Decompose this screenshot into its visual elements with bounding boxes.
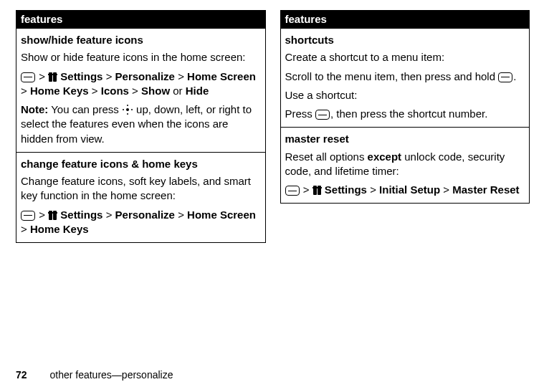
gt: > — [178, 70, 184, 82]
menu-key-icon — [315, 110, 330, 120]
menu-key-icon — [21, 72, 35, 82]
gt: > — [21, 223, 27, 235]
right-table-header: features — [281, 11, 530, 28]
settings-icon — [49, 210, 57, 220]
section-title: master reset — [285, 132, 525, 146]
menu-key-icon — [498, 72, 512, 82]
path-homescreen: Home Screen — [187, 70, 256, 82]
line4b: , then press the shortcut number. — [330, 107, 487, 120]
footer: 72 other features—personalize — [16, 369, 173, 381]
path-homekeys: Home Keys — [30, 85, 89, 97]
gt: > — [92, 85, 98, 97]
desc: Reset all options except unlock code, se… — [285, 150, 525, 179]
line4: Press , then press the shortcut number. — [285, 107, 525, 121]
or-text: or — [173, 85, 182, 97]
line3: Use a shortcut: — [285, 88, 525, 102]
section-desc: Show or hide feature icons in the home s… — [21, 50, 261, 64]
path-show: Show — [141, 85, 170, 97]
section-change-icons: change feature icons & home keys Change … — [16, 152, 265, 242]
gt: > — [178, 209, 184, 221]
path-personalize: Personalize — [115, 209, 175, 221]
section-title: show/hide feature icons — [21, 33, 261, 47]
desc-bold: except — [368, 150, 402, 163]
gt: > — [370, 183, 376, 196]
menu-path: > Settings > Initial Setup > Master Rese… — [285, 183, 525, 197]
path-settings: Settings — [60, 70, 102, 82]
right-table: features shortcuts Create a shortcut to … — [280, 10, 530, 204]
settings-icon — [49, 72, 57, 82]
footer-text: other features—personalize — [49, 369, 173, 381]
left-table: features show/hide feature icons Show or… — [16, 10, 266, 243]
path-settings: Settings — [325, 183, 367, 196]
gt: > — [39, 209, 45, 221]
note-label: Note: — [21, 103, 48, 115]
menu-path: > Settings > Personalize > Home Screen >… — [21, 70, 261, 99]
note-text-a: You can press — [51, 103, 119, 115]
line2: Scroll to the menu item, then press and … — [285, 70, 525, 84]
path-hide: Hide — [186, 85, 209, 97]
menu-key-icon — [285, 186, 300, 196]
section-title: change feature icons & home keys — [21, 157, 261, 171]
path-master: Master Reset — [452, 183, 519, 196]
path-icons: Icons — [101, 85, 129, 97]
line2a: Scroll to the menu item, then press and … — [285, 70, 496, 82]
left-table-header: features — [16, 11, 265, 28]
page: features show/hide feature icons Show or… — [0, 0, 544, 243]
section-desc: Change feature icons, soft key labels, a… — [21, 174, 261, 204]
path-personalize: Personalize — [115, 70, 175, 82]
gt: > — [39, 70, 45, 82]
menu-path: > Settings > Personalize > Home Screen >… — [21, 208, 261, 237]
line1: Create a shortcut to a menu item: — [285, 50, 525, 64]
path-initial: Initial Setup — [379, 183, 440, 196]
gt: > — [443, 183, 449, 196]
right-column: features shortcuts Create a shortcut to … — [280, 10, 530, 243]
path-homescreen: Home Screen — [187, 209, 256, 221]
gt: > — [303, 183, 310, 196]
left-column: features show/hide feature icons Show or… — [16, 10, 266, 243]
line2b: . — [513, 70, 516, 82]
settings-icon — [313, 185, 321, 195]
gt: > — [21, 85, 27, 97]
section-show-hide: show/hide feature icons Show or hide fea… — [16, 28, 265, 152]
navigation-key-icon — [123, 105, 133, 115]
section-title: shortcuts — [285, 33, 525, 47]
desc-a: Reset all options — [285, 150, 365, 163]
gt: > — [106, 209, 113, 221]
line4a: Press — [285, 107, 312, 120]
section-master-reset: master reset Reset all options except un… — [281, 127, 530, 203]
gt: > — [132, 85, 138, 97]
section-shortcuts: shortcuts Create a shortcut to a menu it… — [281, 28, 530, 127]
path-homekeys: Home Keys — [30, 223, 89, 235]
gt: > — [106, 70, 113, 82]
note: Note: You can press up, down, left, or r… — [21, 102, 261, 146]
page-number: 72 — [16, 369, 27, 381]
menu-key-icon — [21, 211, 35, 221]
path-settings: Settings — [60, 209, 102, 221]
